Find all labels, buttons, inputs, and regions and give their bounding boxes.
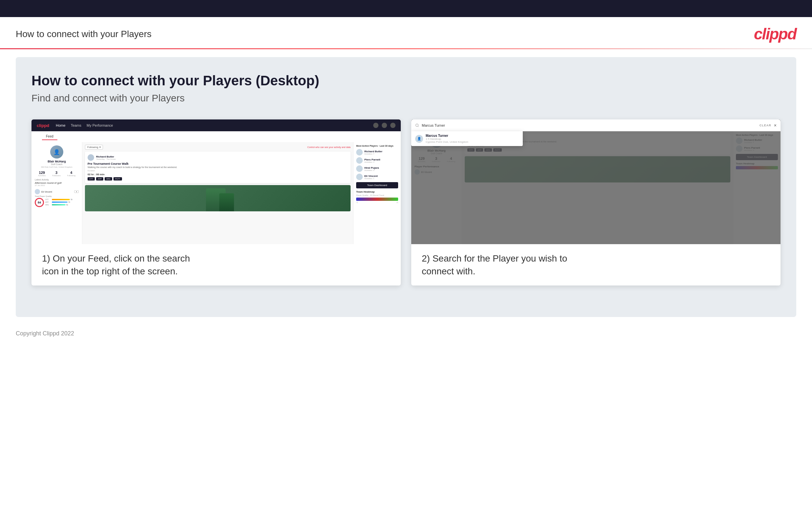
active-name-1: Richard Butler: [364, 150, 382, 153]
main-heading: How to connect with your Players (Deskto…: [32, 73, 780, 89]
active-acts-1: Activities: 7: [364, 153, 382, 155]
player-performance-name: Eli Vincent: [41, 190, 52, 193]
svg-line-1: [418, 126, 419, 127]
main-content: How to connect with your Players (Deskto…: [16, 57, 796, 317]
activity-user-1: Richard Butler Yesterday · The Grove: [88, 154, 348, 161]
active-avatar-1: [356, 149, 363, 156]
heatmap-title-1: Team Heatmap: [356, 190, 398, 193]
active-player-4: Eli Vincent Activities: 1: [356, 174, 398, 180]
caption-area-1: 1) On your Feed, click on the searchicon…: [32, 244, 401, 286]
stat-following-label: Following: [67, 175, 76, 176]
latest-activity-date: 27 Jul 2022: [35, 184, 79, 186]
following-row: Following ▾ Control who can see your act…: [85, 145, 350, 150]
stat-activities: 129 Activities: [38, 171, 46, 176]
tag-arg: ARG: [105, 177, 112, 180]
result-meta-2: Cypress Point Club, United Kingdom: [426, 140, 468, 143]
active-acts-2: Activities: 4: [364, 161, 380, 163]
heatmap-labels-1: -5 +5: [356, 202, 398, 204]
mock-nav-home[interactable]: Home: [56, 123, 65, 127]
mock-nav-1: clippd Home Teams My Performance: [32, 120, 401, 131]
player-avatar: [35, 189, 40, 194]
caption-text-1: 1) On your Feed, click on the searchicon…: [42, 252, 390, 278]
mock-nav-performance[interactable]: My Performance: [87, 123, 113, 127]
player-performance-row: Eli Vincent ▾: [35, 189, 79, 194]
activity-image-1: [85, 185, 350, 211]
search-results-dropdown: 👤 Marcus Turner 1·5 Handicap Cypress Poi…: [411, 131, 523, 146]
mock-nav-icons-1: [373, 123, 395, 128]
total-quality-label: Total Player Quality: [35, 195, 79, 197]
app-mockup-1: clippd Home Teams My Performance Feed: [32, 120, 401, 244]
profile-avatar: 👤: [50, 145, 63, 159]
stat-followers: 3 Followers: [52, 171, 61, 176]
quality-bars: OTT 79 APP 70 ARG: [45, 199, 79, 206]
activity-card-1: Richard Butler Yesterday · The Grove Pre…: [85, 152, 350, 183]
stat-activities-num: 129: [38, 171, 46, 175]
profile-club: Mill Ride Golf Club, United Kingdom: [35, 166, 79, 168]
result-meta-1: 1·5 Handicap: [426, 137, 468, 140]
logo-text: clippd: [754, 25, 796, 43]
stat-following: 4 Following: [67, 171, 76, 176]
heatmap-bar-1: [356, 198, 398, 201]
player-dropdown[interactable]: ▾: [74, 190, 79, 193]
search-bar-overlay[interactable]: Marcus Turner CLEAR ×: [411, 120, 780, 131]
activity-duration-label: Duration: [88, 170, 348, 172]
page-header: How to connect with your Players clippd: [0, 17, 812, 48]
caption-area-2: 2) Search for the Player you wish toconn…: [411, 244, 780, 286]
search-clear-btn[interactable]: CLEAR: [760, 124, 771, 127]
mock-profile: 👤 Blair McHarg Golf Coach Mill Ride Golf…: [35, 145, 79, 168]
following-button[interactable]: Following ▾: [85, 145, 103, 150]
mock-body-1: 👤 Blair McHarg Golf Coach Mill Ride Golf…: [32, 142, 401, 244]
active-name-2: Piers Parnell: [364, 158, 380, 161]
result-name-1: Marcus Turner: [426, 134, 468, 137]
active-avatar-4: [356, 174, 363, 180]
active-acts-4: Activities: 1: [364, 177, 378, 179]
bar-ott-fill: [52, 199, 70, 200]
bar-app: APP 70: [45, 201, 79, 203]
mock-nav-teams[interactable]: Teams: [71, 123, 81, 127]
active-players-header: Most Active Players · Last 30 days: [356, 145, 398, 147]
latest-activity-name: Afternoon round of golf: [35, 181, 79, 184]
search-result-item-1[interactable]: 👤 Marcus Turner 1·5 Handicap Cypress Poi…: [411, 131, 523, 146]
activity-title: Pre Tournament Course Walk: [88, 162, 348, 165]
mock-nav-items-1: Home Teams My Performance: [56, 123, 113, 127]
bar-app-fill: [52, 202, 67, 203]
bar-ott: OTT 79: [45, 199, 79, 201]
control-link[interactable]: Control who can see your activity and da…: [307, 146, 350, 148]
mock-left-1: 👤 Blair McHarg Golf Coach Mill Ride Golf…: [32, 142, 82, 244]
tag-putt: PUTT: [113, 177, 122, 180]
latest-activity-label: Latest Activity: [35, 178, 79, 181]
gauge-circle: 84: [35, 198, 44, 207]
result-avatar-1: 👤: [415, 135, 423, 143]
active-player-1: Richard Butler Activities: 7: [356, 149, 398, 156]
bar-arg-fill: [52, 204, 65, 205]
settings-icon-mock[interactable]: [390, 123, 395, 128]
search-close-btn[interactable]: ×: [774, 123, 776, 128]
app-mockup-2: clippd Home Teams My Performance: [411, 120, 780, 244]
active-name-3: Hiral Pujara: [364, 166, 379, 169]
svg-point-0: [416, 124, 419, 127]
activity-tags: OTT APP ARG PUTT: [88, 177, 348, 180]
profile-name: Blair McHarg: [35, 160, 79, 163]
screenshot-panel-1: clippd Home Teams My Performance Feed: [32, 120, 401, 286]
mock-stats: 129 Activities 3 Followers 4 Following: [35, 171, 79, 176]
screenshots-row: clippd Home Teams My Performance Feed: [32, 120, 780, 286]
caption-text-2: 2) Search for the Player you wish toconn…: [422, 252, 770, 278]
search-icon-overlay: [415, 123, 419, 127]
clippd-logo: clippd: [754, 25, 796, 43]
search-input-text[interactable]: Marcus Turner: [422, 123, 757, 127]
screenshot-panel-2: clippd Home Teams My Performance: [411, 120, 780, 286]
active-acts-3: Activities: 3: [364, 169, 379, 171]
active-player-3: Hiral Pujara Activities: 3: [356, 165, 398, 172]
profile-icon-mock[interactable]: [382, 123, 387, 128]
profile-role: Golf Coach: [35, 163, 79, 165]
feed-tab-1[interactable]: Feed: [42, 133, 57, 140]
stat-activities-label: Activities: [38, 175, 46, 176]
activity-user-info: Richard Butler Yesterday · The Grove: [96, 155, 116, 160]
top-bar: [0, 0, 812, 17]
result-info-1: Marcus Turner 1·5 Handicap Cypress Point…: [426, 134, 468, 143]
activity-desc: Walking the course with my coach to buil…: [88, 166, 348, 168]
search-icon-mock[interactable]: [373, 123, 378, 128]
quality-gauge: 84 OTT 79 APP 70: [35, 198, 79, 207]
team-dashboard-btn-1[interactable]: Team Dashboard: [356, 182, 398, 188]
heatmap-sub-1: Player Quality · 20 Round Trend: [356, 194, 398, 196]
